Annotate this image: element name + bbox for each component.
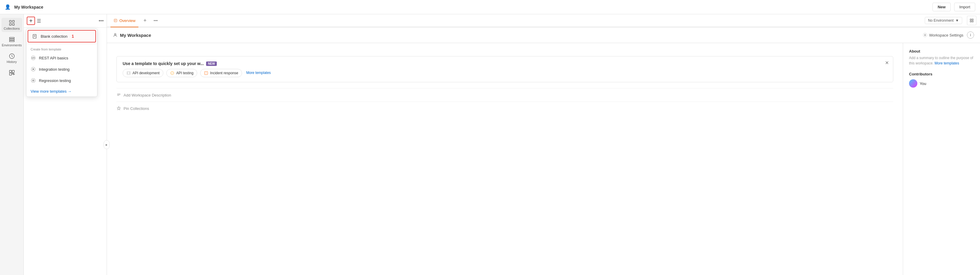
env-chevron: ▼ xyxy=(955,18,959,22)
incident-icon xyxy=(204,71,208,75)
history-icon xyxy=(9,53,15,59)
svg-point-20 xyxy=(33,80,34,81)
new-button[interactable]: New xyxy=(932,3,951,11)
contributor-avatar xyxy=(909,79,917,87)
blank-collection-icon xyxy=(32,33,38,39)
environments-icon xyxy=(9,36,15,43)
api-testing-tab[interactable]: API testing xyxy=(166,69,197,77)
tab-more-button[interactable]: ••• xyxy=(151,16,160,25)
workspace-person-icon xyxy=(113,33,118,37)
history-label: History xyxy=(6,60,17,64)
regression-label: Regression testing xyxy=(39,78,71,83)
workspace-header-name: My Workspace xyxy=(120,33,151,38)
incident-response-tab[interactable]: Incident response xyxy=(200,69,242,77)
more-templates-link[interactable]: More templates xyxy=(245,69,272,77)
environments-label: Environments xyxy=(2,43,22,47)
integration-icon xyxy=(30,67,36,72)
rest-api-template-item[interactable]: REST API basics xyxy=(26,52,97,64)
workspace-name: My Workspace xyxy=(14,5,43,10)
template-banner: Use a template to quickly set up your w.… xyxy=(116,56,893,82)
api-dev-icon xyxy=(127,71,130,75)
pin-collections-row[interactable]: Pin Collections xyxy=(116,102,893,115)
api-test-icon xyxy=(170,71,174,75)
svg-rect-23 xyxy=(970,21,971,22)
new-badge: NEW xyxy=(206,62,216,66)
badge-1: 1 xyxy=(72,34,74,39)
pin-collections-label: Pin Collections xyxy=(124,107,149,111)
incident-label: Incident response xyxy=(210,71,238,75)
svg-rect-2 xyxy=(9,24,11,25)
svg-rect-8 xyxy=(9,70,11,73)
new-collection-dropdown: Blank collection 1 Create from template … xyxy=(26,29,97,97)
integration-label: Integration testing xyxy=(39,67,70,72)
layout-icon-button[interactable] xyxy=(967,16,977,25)
info-button[interactable]: i xyxy=(967,32,974,39)
panel-more-button[interactable]: ••• xyxy=(99,18,103,24)
rest-api-label: REST API basics xyxy=(39,56,68,60)
svg-point-26 xyxy=(924,35,926,36)
regression-testing-item[interactable]: Regression testing xyxy=(26,75,97,86)
about-title: About xyxy=(909,49,974,54)
svg-rect-10 xyxy=(9,73,11,75)
view-more-templates-link[interactable]: View more templates → xyxy=(26,86,97,97)
svg-rect-0 xyxy=(9,21,11,22)
regression-icon xyxy=(30,78,36,83)
contributor-name: You xyxy=(920,81,926,86)
workspace-settings-button[interactable]: Workspace Settings xyxy=(923,33,963,37)
overview-tab-icon xyxy=(113,18,118,22)
env-label: No Environment xyxy=(928,18,954,22)
layout-icon xyxy=(970,18,974,22)
rest-api-icon xyxy=(30,55,36,60)
add-tab-button[interactable]: + xyxy=(141,16,149,25)
svg-rect-5 xyxy=(9,39,14,40)
blank-collection-item[interactable]: Blank collection 1 xyxy=(28,30,96,43)
contributors-title: Contributors xyxy=(909,72,974,76)
add-desc-label: Add Workspace Description xyxy=(124,93,171,97)
sidebar-item-environments[interactable]: Environments xyxy=(2,35,22,49)
template-close-button[interactable]: ✕ xyxy=(885,60,889,66)
view-more-label: View more templates → xyxy=(30,89,72,94)
svg-rect-1 xyxy=(12,21,14,22)
api-test-label: API testing xyxy=(176,71,193,75)
import-button[interactable]: Import xyxy=(954,3,975,11)
sidebar-item-apps[interactable] xyxy=(2,68,22,78)
apps-icon xyxy=(9,70,15,76)
pin-icon xyxy=(116,106,121,111)
svg-point-19 xyxy=(31,78,35,83)
create-from-template-label: Create from template xyxy=(26,45,97,52)
about-text: Add a summary to outline the purpose of … xyxy=(909,55,974,66)
environment-selector[interactable]: No Environment ▼ xyxy=(925,17,962,24)
info-icon: i xyxy=(970,33,971,37)
panel-resize-handle[interactable]: ► xyxy=(103,140,110,149)
settings-icon xyxy=(923,33,928,37)
more-templates-about-link[interactable]: More templates xyxy=(935,61,959,65)
workspace-header: My Workspace Workspace Settings i xyxy=(107,27,980,43)
api-dev-label: API development xyxy=(132,71,159,75)
template-banner-title: Use a template to quickly set up your w.… xyxy=(123,61,204,66)
contributor-you: You xyxy=(909,79,974,87)
workspace-settings-label: Workspace Settings xyxy=(929,33,963,37)
add-description-row[interactable]: Add Workspace Description xyxy=(116,88,893,102)
filter-icon[interactable]: ☰ xyxy=(37,18,41,24)
tab-overview-label: Overview xyxy=(119,18,135,23)
collections-label: Collections xyxy=(4,27,20,30)
collections-icon xyxy=(9,20,15,26)
description-icon xyxy=(116,93,121,97)
integration-testing-item[interactable]: Integration testing xyxy=(26,64,97,75)
tab-overview[interactable]: Overview xyxy=(110,14,138,27)
svg-rect-3 xyxy=(12,24,14,25)
svg-rect-4 xyxy=(9,37,14,39)
svg-rect-22 xyxy=(972,19,973,20)
svg-rect-21 xyxy=(970,19,971,20)
add-collection-button[interactable]: + xyxy=(27,17,35,25)
blank-collection-label: Blank collection xyxy=(41,34,67,39)
svg-rect-24 xyxy=(972,21,973,22)
svg-point-25 xyxy=(115,33,116,35)
sidebar-item-collections[interactable]: Collections xyxy=(2,18,22,32)
svg-rect-9 xyxy=(12,70,14,73)
svg-rect-6 xyxy=(9,41,14,42)
person-icon: 👤 xyxy=(5,4,11,10)
sidebar-item-history[interactable]: History xyxy=(2,51,22,65)
api-development-tab[interactable]: API development xyxy=(123,69,163,77)
